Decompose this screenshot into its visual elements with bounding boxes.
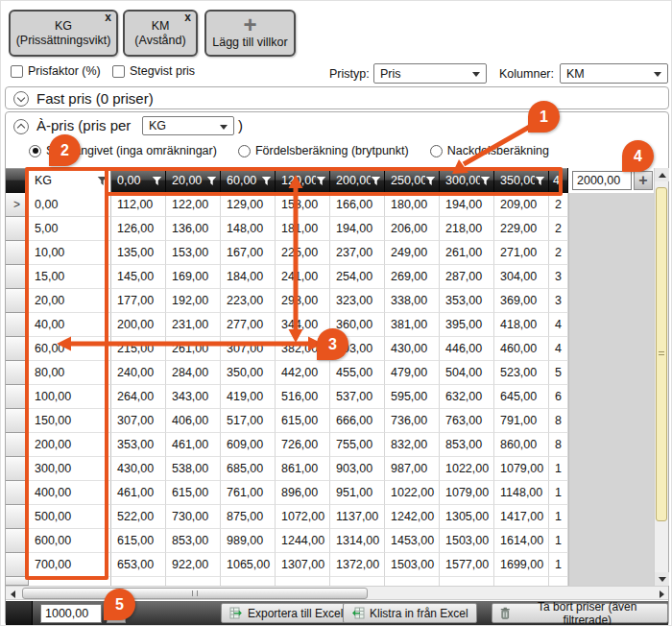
kg-filter-header[interactable]: KG (29, 168, 111, 193)
grid-cell[interactable]: 1079,00 (440, 481, 494, 505)
prisfaktor-checkbox[interactable]: Prisfaktor (%) (11, 64, 101, 78)
grid-cell[interactable]: 1503,00 (385, 553, 440, 577)
grid-cell[interactable]: 791,00 (494, 409, 549, 433)
grid-cell-partial[interactable]: 5 (549, 361, 568, 385)
grid-cell[interactable]: 169,00 (166, 265, 221, 289)
grid-cell[interactable]: 237,00 (330, 241, 385, 265)
grid-cell[interactable]: 148,00 (221, 217, 276, 241)
grid-cell[interactable]: 763,00 (440, 409, 494, 433)
kg-cell[interactable]: 60,00 (29, 337, 111, 361)
grid-cell[interactable]: 537,00 (330, 385, 385, 409)
grid-cell[interactable]: 479,00 (385, 361, 440, 385)
row-header[interactable] (6, 409, 29, 433)
grid-cell[interactable]: 461,00 (166, 433, 221, 457)
grid-cell[interactable]: 167,00 (221, 241, 276, 265)
grid-cell[interactable]: 522,00 (111, 505, 166, 529)
grid-cell[interactable]: 206,00 (385, 217, 440, 241)
add-column-button[interactable]: + (634, 171, 653, 190)
grid-cell[interactable]: 129,00 (221, 193, 276, 217)
grid-cell-partial[interactable]: 3 (549, 289, 568, 313)
kg-cell[interactable]: 0,00 (29, 193, 111, 217)
kg-cell[interactable]: 80,00 (29, 361, 111, 385)
grid-cell[interactable]: 180,00 (385, 193, 440, 217)
grid-cell[interactable]: 853,00 (166, 529, 221, 553)
grid-cell[interactable]: 1072,00 (276, 505, 330, 529)
grid-cell[interactable]: 307,00 (221, 337, 276, 361)
grid-cell[interactable]: 853,00 (440, 433, 494, 457)
grid-cell-partial[interactable]: 1 (549, 505, 568, 529)
grid-cell[interactable]: 194,00 (440, 193, 494, 217)
grid-cell[interactable]: 145,00 (111, 265, 166, 289)
grid-cell[interactable]: 430,00 (385, 337, 440, 361)
row-header[interactable] (6, 433, 29, 457)
grid-cell[interactable]: 609,00 (221, 433, 276, 457)
collapse-chevron-icon[interactable] (13, 119, 29, 134)
grid-cell[interactable]: 200,00 (111, 313, 166, 337)
column-header-partial[interactable]: 4 (549, 168, 568, 193)
grid-cell[interactable]: 153,00 (166, 241, 221, 265)
grid-cell[interactable]: 1503,00 (440, 529, 494, 553)
grid-cell[interactable]: 112,00 (111, 193, 166, 217)
unit-select[interactable]: KG (142, 116, 234, 135)
grid-cell[interactable]: 461,00 (111, 481, 166, 505)
grid-cell[interactable]: 615,00 (276, 409, 330, 433)
grid-cell-partial[interactable]: 4 (549, 337, 568, 361)
grid-cell[interactable]: 736,00 (385, 409, 440, 433)
scroll-up-button[interactable] (655, 168, 669, 181)
grid-cell[interactable]: 353,00 (440, 289, 494, 313)
vertical-scrollbar[interactable] (654, 168, 668, 586)
expand-chevron-icon[interactable] (13, 91, 29, 107)
paste-excel-button[interactable]: Klistra in från Excel (343, 603, 477, 623)
grid-cell[interactable]: 755,00 (330, 433, 385, 457)
grid-cell[interactable]: 360,00 (330, 313, 385, 337)
radio-icon[interactable] (29, 145, 41, 157)
grid-cell[interactable]: 343,00 (166, 385, 221, 409)
grid-cell[interactable]: 403,00 (330, 337, 385, 361)
grid-cell[interactable]: 1577,00 (440, 553, 494, 577)
grid-cell[interactable]: 645,00 (494, 385, 549, 409)
grid-cell[interactable]: 685,00 (221, 457, 276, 481)
grid-cell[interactable]: 504,00 (440, 361, 494, 385)
add-column-input[interactable]: 2000,00 (572, 171, 632, 190)
kg-cell[interactable]: 400,00 (29, 481, 111, 505)
grid-cell[interactable]: 430,00 (111, 457, 166, 481)
grid-cell[interactable]: 177,00 (111, 289, 166, 313)
row-header[interactable] (6, 289, 29, 313)
grid-cell-partial[interactable]: 4 (549, 313, 568, 337)
grid-cell[interactable]: 287,00 (440, 265, 494, 289)
grid-cell[interactable]: 307,00 (111, 409, 166, 433)
grid-cell[interactable]: 875,00 (221, 505, 276, 529)
vertical-scroll-thumb[interactable] (656, 187, 667, 521)
kg-cell[interactable]: 700,00 (29, 553, 111, 577)
grid-cell[interactable]: 369,00 (494, 289, 549, 313)
grid-cell[interactable]: 922,00 (166, 553, 221, 577)
grid-cell[interactable]: 442,00 (276, 361, 330, 385)
grid-cell[interactable]: 225,00 (276, 241, 330, 265)
grid-cell[interactable]: 832,00 (385, 433, 440, 457)
grid-cell[interactable] (494, 577, 549, 586)
grid-cell[interactable]: 135,00 (111, 241, 166, 265)
column-header[interactable]: 60,00 (221, 168, 276, 193)
grid-cell[interactable]: 989,00 (221, 529, 276, 553)
grid-cell[interactable]: 350,00 (221, 361, 276, 385)
row-header[interactable]: > (6, 193, 29, 217)
kg-cell[interactable]: 100,00 (29, 385, 111, 409)
scroll-right-button[interactable] (655, 588, 668, 600)
grid-cell-partial[interactable]: 2 (549, 193, 568, 217)
grid-cell[interactable]: 264,00 (111, 385, 166, 409)
grid-cell[interactable]: 653,00 (111, 553, 166, 577)
scroll-down-button[interactable] (655, 572, 669, 586)
grid-cell[interactable]: 209,00 (494, 193, 549, 217)
grid-cell[interactable]: 153,00 (276, 193, 330, 217)
grid-cell[interactable]: 418,00 (494, 313, 549, 337)
grid-cell-partial[interactable]: 3 (549, 265, 568, 289)
grid-cell[interactable]: 1372,00 (330, 553, 385, 577)
grid-cell[interactable] (221, 577, 276, 586)
grid-cell[interactable]: 460,00 (494, 337, 549, 361)
grid-cell[interactable]: 1148,00 (494, 481, 549, 505)
grid-cell[interactable]: 231,00 (166, 313, 221, 337)
horizontal-scrollbar[interactable] (6, 586, 668, 600)
grid-cell[interactable]: 1244,00 (276, 529, 330, 553)
grid-cell[interactable]: 218,00 (440, 217, 494, 241)
grid-cell[interactable]: 344,00 (276, 313, 330, 337)
